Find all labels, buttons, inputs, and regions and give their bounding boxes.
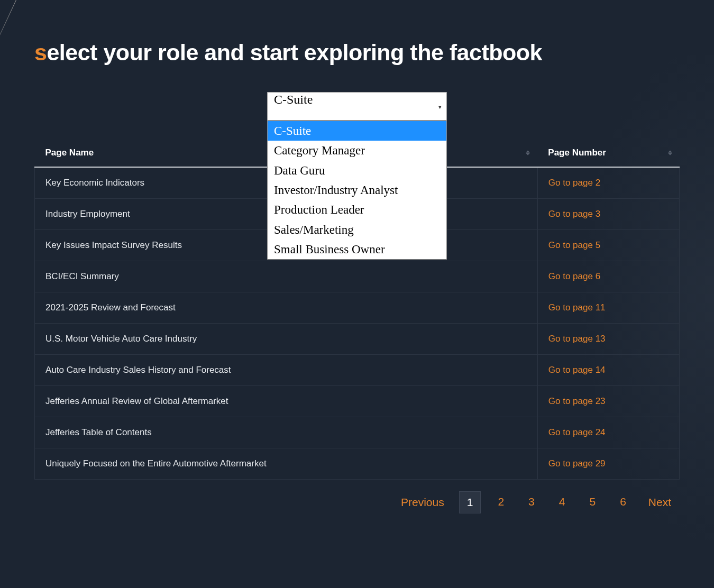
page-name-cell: Jefferies Annual Review of Global Afterm… — [35, 386, 538, 417]
go-to-page-link[interactable]: Go to page 3 — [548, 209, 600, 219]
go-to-page-link[interactable]: Go to page 2 — [548, 178, 600, 188]
title-accent-letter: s — [34, 40, 47, 65]
page-name-cell: BCI/ECI Summary — [35, 261, 538, 292]
next-button[interactable]: Next — [643, 492, 676, 513]
page-link-cell: Go to page 5 — [537, 230, 679, 261]
page-number-button[interactable]: 4 — [552, 491, 573, 513]
role-option[interactable]: Production Leader — [268, 200, 446, 219]
go-to-page-link[interactable]: Go to page 6 — [548, 271, 600, 281]
go-to-page-link[interactable]: Go to page 14 — [548, 365, 606, 375]
column-header-label: Page Number — [548, 148, 606, 158]
role-option[interactable]: Sales/Marketing — [268, 220, 446, 240]
table-row: U.S. Motor Vehicle Auto Care IndustryGo … — [35, 324, 680, 355]
page-link-cell: Go to page 24 — [537, 417, 679, 448]
title-rest: elect your role and start exploring the … — [47, 40, 542, 65]
page-title: select your role and start exploring the… — [34, 40, 680, 66]
page-name-cell: Jefferies Table of Contents — [35, 417, 538, 448]
page-number-button[interactable]: 6 — [612, 491, 634, 513]
go-to-page-link[interactable]: Go to page 24 — [548, 427, 606, 437]
page-link-cell: Go to page 11 — [537, 292, 679, 324]
page-number-button[interactable]: 2 — [490, 491, 511, 513]
page-number-button[interactable]: 3 — [521, 491, 542, 513]
column-header-label: Page Name — [45, 148, 94, 158]
go-to-page-link[interactable]: Go to page 5 — [548, 240, 600, 250]
role-option[interactable]: Investor/Industry Analyst — [268, 180, 446, 200]
page-link-cell: Go to page 23 — [537, 386, 679, 417]
column-header-page-number[interactable]: Page Number — [537, 139, 679, 167]
page-link-cell: Go to page 29 — [537, 448, 679, 480]
go-to-page-link[interactable]: Go to page 29 — [548, 458, 606, 468]
previous-button[interactable]: Previous — [396, 492, 450, 513]
role-option[interactable]: Small Business Owner — [268, 240, 446, 259]
table-row: BCI/ECI SummaryGo to page 6 — [35, 261, 680, 292]
page-name-cell: Uniquely Focused on the Entire Automotiv… — [35, 448, 538, 480]
go-to-page-link[interactable]: Go to page 11 — [548, 302, 606, 313]
page-name-cell: 2021-2025 Review and Forecast — [35, 292, 538, 324]
table-row: Auto Care Industry Sales History and For… — [35, 355, 680, 386]
sort-icon — [668, 151, 672, 155]
go-to-page-link[interactable]: Go to page 23 — [548, 396, 606, 406]
page-link-cell: Go to page 6 — [537, 261, 679, 292]
page-link-cell: Go to page 3 — [537, 199, 679, 230]
table-row: Jefferies Annual Review of Global Afterm… — [35, 386, 680, 417]
page-link-cell: Go to page 2 — [537, 167, 679, 199]
role-option[interactable]: C-Suite — [268, 121, 446, 141]
role-dropdown-list: C-SuiteCategory ManagerData GuruInvestor… — [267, 121, 447, 260]
pagination: Previous 123456 Next — [34, 491, 680, 513]
page-name-cell: Auto Care Industry Sales History and For… — [35, 355, 538, 386]
page-link-cell: Go to page 14 — [537, 355, 679, 386]
table-row: Uniquely Focused on the Entire Automotiv… — [35, 448, 680, 480]
table-row: Jefferies Table of ContentsGo to page 24 — [35, 417, 680, 448]
page-name-cell: U.S. Motor Vehicle Auto Care Industry — [35, 324, 538, 355]
table-row: 2021-2025 Review and ForecastGo to page … — [35, 292, 680, 324]
page-number-button[interactable]: 1 — [459, 491, 481, 513]
role-option[interactable]: Category Manager — [268, 141, 446, 160]
sort-icon — [526, 151, 530, 155]
role-option[interactable]: Data Guru — [268, 161, 446, 180]
role-select[interactable]: C-Suite — [267, 92, 447, 121]
go-to-page-link[interactable]: Go to page 13 — [548, 334, 606, 344]
page-link-cell: Go to page 13 — [537, 324, 679, 355]
page-number-button[interactable]: 5 — [582, 491, 603, 513]
